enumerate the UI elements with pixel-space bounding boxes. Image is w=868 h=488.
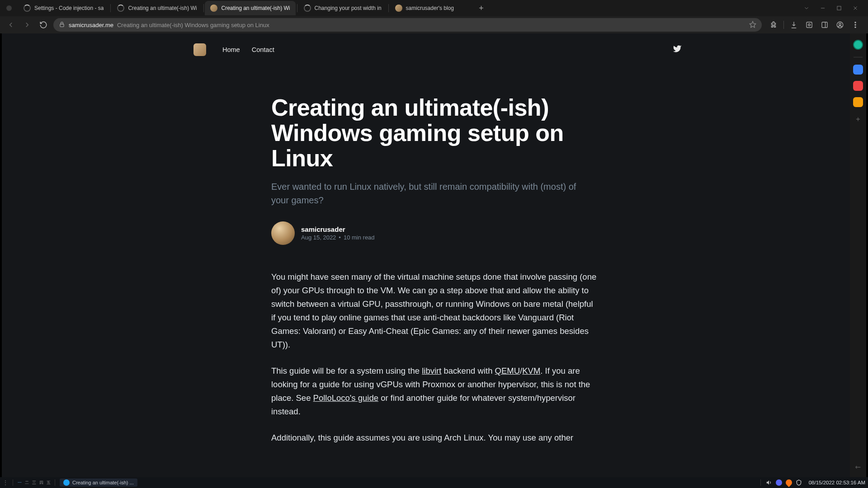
taskbar-separator [55, 479, 55, 486]
article-title: Creating an ultimate(-ish) Windows gamin… [271, 95, 597, 171]
article-date: Aug 15, 2022 [301, 234, 336, 241]
svg-rect-4 [822, 22, 827, 28]
svg-point-7 [855, 22, 856, 23]
volume-icon[interactable] [765, 479, 773, 486]
nav-home[interactable]: Home [222, 46, 240, 53]
screenshot-icon[interactable] [804, 19, 815, 30]
taskbar-separator [760, 479, 761, 486]
lock-icon [59, 21, 65, 29]
page-viewport: Home Contact Creating an ultimate(-ish) … [2, 33, 866, 477]
flame-icon[interactable] [785, 479, 793, 486]
loading-icon [304, 5, 311, 12]
downloads-icon[interactable] [788, 19, 799, 30]
menu-icon[interactable] [850, 19, 861, 30]
close-button[interactable] [849, 2, 862, 14]
twitter-icon[interactable] [673, 44, 682, 55]
svg-rect-0 [837, 6, 841, 10]
svg-rect-2 [807, 22, 812, 28]
link-qemu[interactable]: QEMU [495, 366, 520, 375]
taskbar-separator [13, 479, 13, 486]
workspace-2[interactable]: 二 [24, 480, 29, 485]
tab-1[interactable]: Creating an ultimate(-ish) Wi [112, 1, 202, 15]
sidebar-toggle-icon[interactable] [819, 19, 830, 30]
article-read-time: 10 min read [344, 234, 375, 241]
ext-icon-3[interactable] [853, 81, 863, 91]
article-meta: Aug 15, 2022•10 min read [301, 234, 375, 241]
tab-title: Creating an ultimate(-ish) Wi [221, 5, 290, 11]
toolbar-right [765, 19, 863, 30]
byline: samicrusader Aug 15, 2022•10 min read [271, 221, 597, 245]
ext-icon-4[interactable] [853, 97, 863, 107]
maximize-button[interactable] [833, 2, 845, 14]
article-body: You might have seen many of the virtual … [271, 270, 597, 445]
bookmark-star-icon[interactable] [749, 21, 756, 29]
ext-separator [854, 57, 863, 57]
paragraph-2: This guide will be for a system using th… [271, 364, 597, 418]
author-name[interactable]: samicrusader [301, 225, 375, 233]
site-nav: Home Contact [222, 46, 274, 53]
tab-title: Changing your post width in [315, 5, 382, 11]
browser-chrome: Settings - Code injection - sa Creating … [0, 0, 868, 33]
discord-icon[interactable] [775, 479, 783, 486]
workspace-5[interactable]: 五 [46, 480, 51, 485]
site-logo[interactable] [193, 43, 206, 56]
extensions-icon[interactable] [768, 19, 779, 30]
loading-icon [24, 5, 31, 12]
add-extension-button[interactable]: + [856, 115, 860, 123]
taskbar-handle-icon[interactable]: ⋮ [3, 479, 8, 486]
system-tray: 08/15/2022 02:53:16 AM [759, 479, 865, 486]
article: Creating an ultimate(-ish) Windows gamin… [271, 95, 597, 445]
link-libvirt[interactable]: libvirt [422, 366, 441, 375]
minimize-button[interactable] [816, 2, 829, 14]
tab-title: Settings - Code injection - sa [34, 5, 104, 11]
address-bar[interactable]: samicrusader.me Creating an ultimate(-is… [53, 18, 762, 32]
reload-button[interactable] [37, 19, 50, 31]
tab-separator [388, 4, 389, 12]
svg-point-9 [855, 27, 856, 28]
workspace-switcher: 一 二 三 四 五 [17, 480, 51, 485]
taskbar-app-title: Creating an ultimate(-ish) ... [72, 480, 134, 485]
tab-2-active[interactable]: Creating an ultimate(-ish) Wi [205, 1, 295, 15]
window-dot-icon [6, 5, 12, 11]
tab-title: samicrusader's blog [406, 5, 466, 11]
svg-point-6 [839, 23, 841, 25]
workspace-4[interactable]: 四 [38, 480, 44, 485]
article-subtitle: Ever wanted to run Linux natively, but s… [271, 180, 579, 207]
sidebar-settings-icon[interactable] [854, 464, 862, 473]
taskbar-app[interactable]: Creating an ultimate(-ish) ... [60, 479, 137, 487]
url-domain: samicrusader.me [69, 22, 113, 28]
back-button[interactable] [5, 19, 17, 31]
paragraph-1: You might have seen many of the virtual … [271, 270, 597, 352]
ext-icon-1[interactable] [853, 40, 863, 50]
profile-icon[interactable] [835, 19, 845, 30]
chevron-down-icon[interactable] [800, 2, 813, 14]
paragraph-3: Additionally, this guide assumes you are… [271, 431, 597, 445]
new-tab-button[interactable]: + [475, 2, 488, 14]
taskbar: ⋮ 一 二 三 四 五 Creating an ultimate(-ish) .… [0, 477, 868, 488]
ext-icon-2[interactable] [853, 65, 863, 75]
svg-point-3 [808, 24, 811, 26]
svg-point-8 [855, 24, 856, 25]
url-path: Creating an ultimate(-ish) Windows gamin… [117, 22, 269, 28]
tab-separator [297, 4, 297, 12]
link-pololoco[interactable]: PolloLoco's guide [313, 393, 378, 403]
window-controls [797, 2, 864, 14]
clock[interactable]: 08/15/2022 02:53:16 AM [809, 480, 865, 485]
tab-title: Creating an ultimate(-ish) Wi [128, 5, 197, 11]
link-kvm[interactable]: KVM [522, 366, 540, 375]
extension-sidebar: + [850, 33, 866, 477]
browser-toolbar: samicrusader.me Creating an ultimate(-is… [0, 16, 868, 33]
workspace-1[interactable]: 一 [17, 480, 22, 485]
forward-button[interactable] [21, 19, 33, 31]
tab-strip: Settings - Code injection - sa Creating … [0, 0, 868, 16]
site-favicon-icon [395, 5, 402, 12]
tab-0[interactable]: Settings - Code injection - sa [18, 1, 109, 15]
nav-contact[interactable]: Contact [252, 46, 274, 53]
app-icon [63, 479, 70, 486]
author-avatar[interactable] [271, 221, 295, 245]
tab-4[interactable]: samicrusader's blog [390, 1, 471, 15]
tab-separator [110, 4, 111, 12]
tab-3[interactable]: Changing your post width in [298, 1, 387, 15]
shield-icon[interactable] [795, 479, 802, 486]
workspace-3[interactable]: 三 [31, 480, 37, 485]
